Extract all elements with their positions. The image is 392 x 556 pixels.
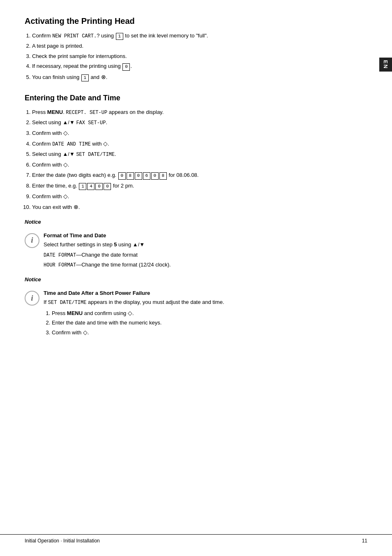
code-text: DATE AND TIME: [52, 141, 91, 147]
list-item: Press MENU and confirm using ◇.: [52, 309, 367, 317]
key-1: 1: [79, 183, 86, 190]
list-item: Check the print sample for interruptions…: [32, 52, 367, 60]
code-text: SET DATE/TIME: [76, 152, 115, 158]
ok-diamond: ◇: [83, 329, 88, 336]
list-item: You can finish using 1 and ⊗.: [32, 73, 367, 81]
list-item: Select using ▲/▼ SET DATE/TIME.: [32, 150, 367, 158]
notice1-body: Select further settings in step 5 using …: [44, 241, 367, 249]
menu-bold: MENU: [67, 310, 83, 316]
stop-symbol: ⊗: [74, 204, 78, 210]
notice1-block: i Format of Time and Date Select further…: [25, 232, 367, 269]
code-text: NEW PRINT CART.: [52, 33, 97, 39]
list-item: Select using ▲/▼ FAX SET-UP.: [32, 118, 367, 127]
list-item: A test page is printed.: [32, 42, 367, 50]
key-6: 6: [143, 172, 150, 179]
section2-steps: Press MENU. RECEPT. SET-UP appears on th…: [32, 108, 367, 211]
notice2-body: If SET DATE/TIME appears in the display,…: [44, 298, 367, 306]
list-item: Confirm with ◇.: [32, 160, 367, 169]
section1-steps: Confirm NEW PRINT CART.? using 1 to set …: [32, 32, 367, 81]
key-0: 0: [118, 172, 126, 179]
key-4: 4: [87, 183, 95, 190]
list-item: Enter the date and time with the numeric…: [52, 319, 367, 327]
footer: Initial Operation · Initial Installation…: [0, 534, 392, 544]
code-text: DATE FORMAT: [44, 253, 76, 258]
key-1: 1: [116, 33, 123, 40]
key-0d: 0: [95, 183, 103, 190]
list-item: Enter the date (two digits each) e.g. 08…: [32, 171, 367, 179]
ok-diamond: ◇: [128, 310, 132, 316]
footer-right: 11: [362, 538, 367, 544]
notice1-item2: HOUR FORMAT—Change the time format (12/2…: [44, 261, 367, 269]
code-text: FAX SET-UP: [76, 120, 106, 126]
list-item: If necessary, repeat the printing using …: [32, 62, 367, 70]
list-item: Confirm with ◇.: [32, 192, 367, 201]
notice1-label: Notice i Format of Time and Date Select …: [25, 219, 367, 269]
notice2-label: Notice i Time and Date After a Short Pow…: [25, 276, 367, 340]
key-8b: 8: [159, 172, 167, 179]
key-0b: 0: [135, 172, 142, 179]
menu-bold: MENU: [47, 109, 63, 115]
key-8: 8: [127, 172, 134, 179]
notice2-content: Time and Date After a Short Power Failur…: [44, 290, 367, 340]
notice1-icon: i: [25, 233, 39, 248]
step-bold: 5: [114, 241, 117, 248]
page: EN Activating the Printing Head Confirm …: [0, 0, 392, 556]
ok-diamond: ◇: [63, 161, 68, 168]
notice1-item1: DATE FORMAT—Change the date format: [44, 251, 367, 259]
code-text: HOUR FORMAT: [44, 262, 76, 268]
ok-diamond: ◇: [103, 140, 108, 147]
section2-title: Entering the Date and Time: [25, 94, 367, 102]
notice1-title: Format of Time and Date: [44, 232, 367, 239]
notice1-content: Format of Time and Date Select further s…: [44, 232, 367, 269]
key-1b: 1: [81, 74, 89, 81]
list-item: You can exit with ⊗.: [32, 203, 367, 211]
en-tab: EN: [379, 58, 392, 72]
notice2-icon: i: [25, 291, 39, 306]
stop-symbol: ⊗: [101, 74, 106, 80]
list-item: Confirm with ◇.: [32, 129, 367, 137]
notice2-title: Time and Date After a Short Power Failur…: [44, 290, 367, 296]
list-item: Enter the time, e.g. 1400 for 2 pm.: [32, 182, 367, 190]
list-item: Confirm DATE AND TIME with ◇.: [32, 139, 367, 148]
key-0: 0: [122, 63, 130, 70]
notice2-block: i Time and Date After a Short Power Fail…: [25, 290, 367, 340]
list-item: Press MENU. RECEPT. SET-UP appears on th…: [32, 108, 367, 116]
key-0c: 0: [151, 172, 159, 179]
code-text: SET DATE/TIME: [48, 300, 87, 306]
key-0e: 0: [104, 183, 111, 190]
code-text: RECEPT. SET-UP: [66, 110, 107, 116]
ok-diamond: ◇: [63, 130, 68, 136]
ok-diamond: ◇: [63, 193, 68, 199]
notice2-steps: Press MENU and confirm using ◇. Enter th…: [52, 309, 367, 337]
list-item: Confirm NEW PRINT CART.? using 1 to set …: [32, 32, 367, 40]
section1-title: Activating the Printing Head: [25, 16, 367, 26]
footer-left: Initial Operation · Initial Installation: [25, 538, 100, 544]
list-item: Confirm with ◇.: [52, 328, 367, 337]
